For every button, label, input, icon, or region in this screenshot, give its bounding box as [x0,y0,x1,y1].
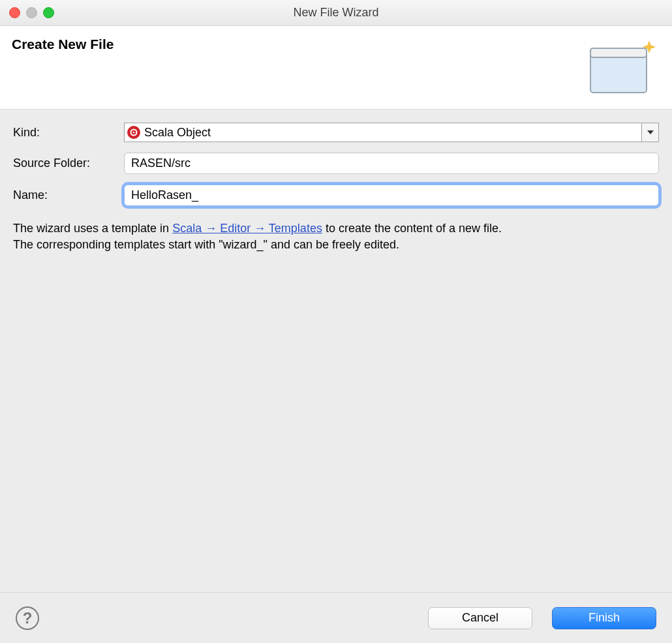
description-text-post1: to create the content of a new file. [322,222,502,235]
chevron-down-icon [641,123,658,142]
scala-object-icon [127,126,140,139]
page-title: Create New File [12,37,114,52]
zoom-window-button[interactable] [43,7,54,18]
window-title: New File Wizard [0,6,672,20]
templates-link[interactable]: Scala → Editor → Templates [172,222,322,235]
wizard-description: The wizard uses a template in Scala → Ed… [13,220,659,253]
form-area: Kind: Scala Object Source Folder: [0,110,672,592]
kind-dropdown[interactable]: Scala Object [124,123,659,142]
svg-point-4 [133,132,135,134]
help-icon: ? [23,609,33,627]
description-text-pre: The wizard uses a template in [13,222,172,235]
finish-button[interactable]: Finish [552,607,656,629]
kind-value: Scala Object [144,126,211,140]
traffic-lights [0,7,54,18]
source-folder-label: Source Folder: [13,157,124,170]
cancel-button[interactable]: Cancel [428,607,532,629]
name-row: Name: [13,185,659,206]
header-banner: Create New File [0,26,672,110]
description-line2: The corresponding templates start with "… [13,237,659,253]
footer: ? Cancel Finish [0,592,672,643]
wizard-illustration-icon [585,37,660,102]
titlebar: New File Wizard [0,0,672,26]
source-folder-row: Source Folder: [13,153,659,174]
help-button[interactable]: ? [16,606,39,630]
kind-label: Kind: [13,126,124,140]
name-input[interactable] [124,185,659,206]
svg-rect-1 [590,48,647,57]
name-label: Name: [13,188,124,202]
source-folder-input[interactable] [124,153,659,174]
close-window-button[interactable] [9,7,20,18]
kind-row: Kind: Scala Object [13,123,659,142]
minimize-window-button[interactable] [26,7,37,18]
